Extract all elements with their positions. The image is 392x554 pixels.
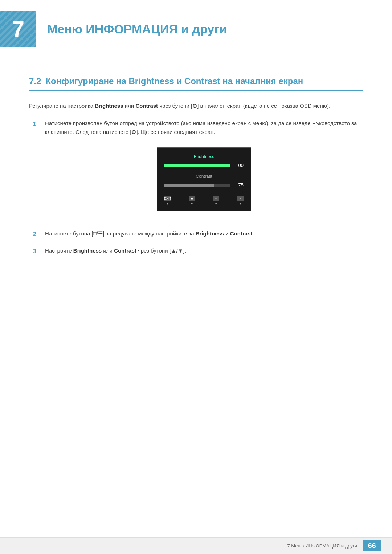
step-1-number: 1	[33, 119, 40, 222]
footer-chapter-text: 7 Меню ИНФОРМАЦИЯ и други	[287, 543, 357, 549]
osd-brightness-value: 100	[233, 162, 244, 169]
exit-arrow: ▼	[166, 202, 169, 206]
chapter-title: Меню ИНФОРМАЦИЯ и други	[47, 22, 227, 37]
osd-contrast-label: Contrast	[164, 173, 244, 180]
osd-contrast-track	[164, 184, 230, 187]
step-1: 1 Натиснете произволен бутон отпред на у…	[33, 119, 363, 222]
section-title: Конфигуриране на Brightness и Contrast н…	[45, 76, 303, 86]
minus-btn-icon: ■	[189, 196, 195, 201]
main-content: 7.2 Конфигуриране на Brightness и Contra…	[0, 62, 392, 292]
exit-label: EXIT	[164, 196, 171, 201]
menu-btn-icon: ▾	[237, 196, 244, 201]
section-number: 7.2	[29, 76, 41, 86]
osd-plus-btn: ✛ ▼	[213, 196, 219, 206]
osd-contrast-bar: 75	[164, 181, 244, 189]
chapter-badge: 7	[0, 11, 36, 47]
osd-contrast-row: Contrast 75	[164, 173, 244, 189]
osd-brightness-track	[164, 164, 230, 167]
osd-illustration: Brightness 100 Contrast	[45, 147, 363, 211]
step-2: 2 Натиснете бутона [□/☰] за редуване меж…	[33, 229, 363, 239]
osd-footer: EXIT ▼ ■ ▼ ✛ ▼	[164, 193, 244, 206]
step-2-number: 2	[33, 229, 40, 239]
intro-paragraph: Регулиране на настройка Brightness или C…	[29, 102, 363, 110]
step-3-number: 3	[33, 246, 40, 256]
page-header: 7 Меню ИНФОРМАЦИЯ и други	[0, 0, 392, 54]
chapter-number: 7	[12, 18, 24, 40]
osd-brightness-label: Brightness	[164, 153, 244, 160]
step-1-text: Натиснете произволен бутон отпред на уст…	[45, 119, 363, 222]
plus-btn-icon: ✛	[213, 196, 219, 201]
osd-contrast-value: 75	[233, 181, 244, 189]
menu-arrow: ▼	[239, 202, 242, 206]
osd-brightness-bar: 100	[164, 162, 244, 169]
osd-menu-btn: ▾ ▼	[237, 196, 244, 206]
osd-brightness-fill	[164, 164, 230, 167]
osd-contrast-fill	[164, 184, 214, 187]
osd-exit-btn: EXIT ▼	[164, 196, 171, 206]
osd-brightness-row: Brightness 100	[164, 153, 244, 169]
step-3: 3 Настройте Brightness или Contrast чрез…	[33, 246, 363, 256]
step-2-text: Натиснете бутона [□/☰] за редуване между…	[45, 229, 254, 239]
osd-box: Brightness 100 Contrast	[157, 147, 251, 211]
exit-btn-icon: EXIT	[164, 196, 171, 201]
page-footer: 7 Меню ИНФОРМАЦИЯ и други 66	[0, 537, 392, 554]
osd-minus-btn: ■ ▼	[189, 196, 195, 206]
minus-arrow: ▼	[191, 202, 193, 206]
plus-arrow: ▼	[215, 202, 217, 206]
section-heading: 7.2 Конфигуриране на Brightness и Contra…	[29, 76, 363, 91]
page-number-badge: 66	[363, 540, 381, 551]
step-3-text: Настройте Brightness или Contrast чрез б…	[45, 246, 186, 256]
steps-list: 1 Натиснете произволен бутон отпред на у…	[29, 119, 363, 256]
